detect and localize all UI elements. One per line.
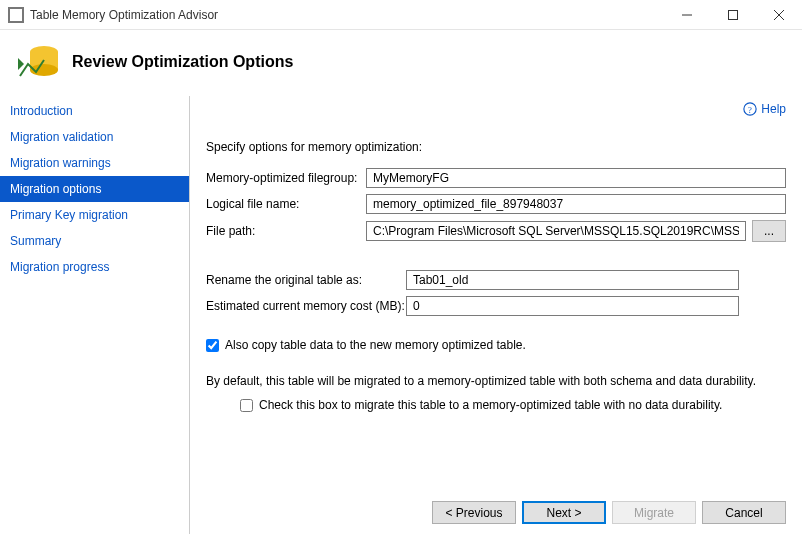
logical-file-label: Logical file name: bbox=[206, 197, 366, 211]
titlebar: Table Memory Optimization Advisor bbox=[0, 0, 802, 30]
previous-button[interactable]: < Previous bbox=[432, 501, 516, 524]
no-durability-label: Check this box to migrate this table to … bbox=[259, 398, 722, 412]
memcost-field[interactable] bbox=[406, 296, 739, 316]
memcost-label: Estimated current memory cost (MB): bbox=[206, 299, 406, 313]
page-header: Review Optimization Options bbox=[0, 30, 802, 96]
svg-rect-1 bbox=[729, 10, 738, 19]
durability-description: By default, this table will be migrated … bbox=[206, 374, 786, 388]
help-label: Help bbox=[761, 102, 786, 116]
minimize-button[interactable] bbox=[664, 0, 710, 30]
browse-button[interactable]: ... bbox=[752, 220, 786, 242]
wizard-icon bbox=[14, 40, 62, 84]
sidebar-item-migration-warnings[interactable]: Migration warnings bbox=[0, 150, 189, 176]
filepath-field[interactable] bbox=[366, 221, 746, 241]
window-title: Table Memory Optimization Advisor bbox=[30, 8, 218, 22]
page-title: Review Optimization Options bbox=[72, 53, 293, 71]
wizard-footer: < Previous Next > Migrate Cancel bbox=[432, 501, 786, 524]
help-icon: ? bbox=[743, 102, 757, 116]
sidebar-item-migration-progress[interactable]: Migration progress bbox=[0, 254, 189, 280]
copy-data-checkbox[interactable] bbox=[206, 339, 219, 352]
sidebar-item-primary-key-migration[interactable]: Primary Key migration bbox=[0, 202, 189, 228]
no-durability-checkbox[interactable] bbox=[240, 399, 253, 412]
copy-data-label: Also copy table data to the new memory o… bbox=[225, 338, 526, 352]
filepath-label: File path: bbox=[206, 224, 366, 238]
svg-text:?: ? bbox=[748, 105, 752, 115]
sidebar-item-migration-options[interactable]: Migration options bbox=[0, 176, 189, 202]
sidebar-item-migration-validation[interactable]: Migration validation bbox=[0, 124, 189, 150]
filegroup-field[interactable] bbox=[366, 168, 786, 188]
rename-field[interactable] bbox=[406, 270, 739, 290]
rename-label: Rename the original table as: bbox=[206, 273, 406, 287]
sidebar-item-summary[interactable]: Summary bbox=[0, 228, 189, 254]
migrate-button: Migrate bbox=[612, 501, 696, 524]
help-link[interactable]: ? Help bbox=[743, 102, 786, 116]
cancel-button[interactable]: Cancel bbox=[702, 501, 786, 524]
filegroup-label: Memory-optimized filegroup: bbox=[206, 171, 366, 185]
intro-text: Specify options for memory optimization: bbox=[206, 140, 786, 154]
sidebar: Introduction Migration validation Migrat… bbox=[0, 96, 190, 534]
content-pane: ? Help Specify options for memory optimi… bbox=[190, 96, 802, 534]
next-button[interactable]: Next > bbox=[522, 501, 606, 524]
app-icon bbox=[8, 7, 24, 23]
close-button[interactable] bbox=[756, 0, 802, 30]
logical-file-field[interactable] bbox=[366, 194, 786, 214]
maximize-button[interactable] bbox=[710, 0, 756, 30]
sidebar-item-introduction[interactable]: Introduction bbox=[0, 98, 189, 124]
